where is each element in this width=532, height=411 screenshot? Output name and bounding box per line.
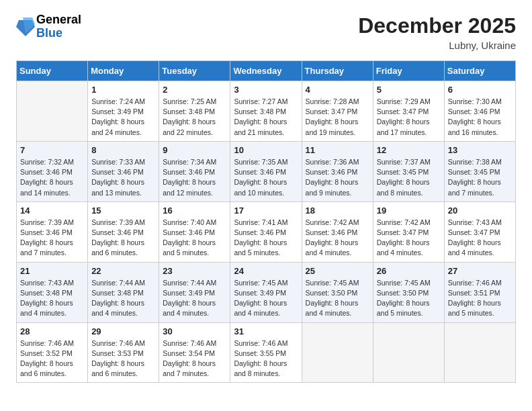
calendar-cell: 26Sunrise: 7:45 AMSunset: 3:50 PMDayligh… (373, 262, 444, 322)
calendar-cell: 23Sunrise: 7:44 AMSunset: 3:49 PMDayligh… (159, 262, 230, 322)
day-info: Sunrise: 7:46 AMSunset: 3:54 PMDaylight:… (163, 338, 226, 379)
day-number: 20 (448, 205, 512, 216)
day-number: 18 (306, 205, 369, 216)
day-number: 22 (91, 266, 155, 276)
day-info: Sunrise: 7:46 AMSunset: 3:51 PMDaylight:… (448, 278, 512, 319)
calendar-cell: 24Sunrise: 7:45 AMSunset: 3:49 PMDayligh… (230, 262, 302, 322)
calendar-week-row: 28Sunrise: 7:46 AMSunset: 3:52 PMDayligh… (17, 322, 516, 383)
calendar-cell: 31Sunrise: 7:46 AMSunset: 3:55 PMDayligh… (230, 322, 302, 383)
calendar-cell: 19Sunrise: 7:42 AMSunset: 3:47 PMDayligh… (373, 201, 444, 262)
day-info: Sunrise: 7:34 AMSunset: 3:46 PMDaylight:… (163, 157, 226, 198)
day-number: 26 (377, 266, 441, 276)
day-number: 13 (448, 145, 512, 155)
day-info: Sunrise: 7:41 AMSunset: 3:46 PMDaylight:… (234, 218, 298, 259)
day-info: Sunrise: 7:24 AMSunset: 3:49 PMDaylight:… (91, 97, 155, 138)
calendar-cell: 18Sunrise: 7:42 AMSunset: 3:46 PMDayligh… (302, 201, 373, 262)
calendar-cell: 8Sunrise: 7:33 AMSunset: 3:46 PMDaylight… (88, 141, 159, 201)
day-number: 29 (91, 326, 155, 336)
calendar-cell: 17Sunrise: 7:41 AMSunset: 3:46 PMDayligh… (230, 201, 302, 262)
calendar-week-row: 21Sunrise: 7:43 AMSunset: 3:48 PMDayligh… (17, 262, 516, 322)
day-number: 23 (163, 266, 226, 276)
day-info: Sunrise: 7:46 AMSunset: 3:55 PMDaylight:… (234, 338, 298, 379)
calendar-cell (302, 322, 373, 383)
day-number: 25 (306, 266, 369, 276)
calendar-header-monday: Monday (88, 61, 159, 81)
day-info: Sunrise: 7:27 AMSunset: 3:48 PMDaylight:… (234, 97, 298, 138)
day-info: Sunrise: 7:42 AMSunset: 3:47 PMDaylight:… (377, 218, 441, 259)
day-info: Sunrise: 7:45 AMSunset: 3:50 PMDaylight:… (377, 278, 441, 319)
calendar-cell (17, 81, 88, 142)
day-number: 24 (234, 266, 298, 276)
title-block: December 2025 Lubny, Ukraine (358, 13, 516, 51)
calendar-header-saturday: Saturday (444, 61, 515, 81)
logo-blue: Blue (36, 27, 81, 40)
day-number: 15 (91, 205, 155, 216)
calendar-header-thursday: Thursday (302, 61, 373, 81)
calendar-cell: 27Sunrise: 7:46 AMSunset: 3:51 PMDayligh… (444, 262, 515, 322)
day-number: 3 (234, 85, 298, 95)
calendar-cell: 5Sunrise: 7:29 AMSunset: 3:47 PMDaylight… (373, 81, 444, 142)
calendar-cell (373, 322, 444, 383)
logo-icon (16, 15, 35, 39)
calendar-cell: 4Sunrise: 7:28 AMSunset: 3:47 PMDaylight… (302, 81, 373, 142)
calendar-cell: 10Sunrise: 7:35 AMSunset: 3:46 PMDayligh… (230, 141, 302, 201)
calendar-week-row: 7Sunrise: 7:32 AMSunset: 3:46 PMDaylight… (17, 141, 516, 201)
calendar-cell: 20Sunrise: 7:43 AMSunset: 3:47 PMDayligh… (444, 201, 515, 262)
day-info: Sunrise: 7:28 AMSunset: 3:47 PMDaylight:… (306, 97, 369, 138)
calendar-cell: 14Sunrise: 7:39 AMSunset: 3:46 PMDayligh… (17, 201, 88, 262)
month-title: December 2025 (358, 13, 516, 38)
calendar-cell: 11Sunrise: 7:36 AMSunset: 3:46 PMDayligh… (302, 141, 373, 201)
day-info: Sunrise: 7:39 AMSunset: 3:46 PMDaylight:… (20, 218, 84, 259)
location: Lubny, Ukraine (358, 40, 516, 51)
calendar-cell: 15Sunrise: 7:39 AMSunset: 3:46 PMDayligh… (88, 201, 159, 262)
day-number: 10 (234, 145, 298, 155)
day-info: Sunrise: 7:25 AMSunset: 3:48 PMDaylight:… (163, 97, 226, 138)
day-number: 11 (306, 145, 369, 155)
calendar-cell: 9Sunrise: 7:34 AMSunset: 3:46 PMDaylight… (159, 141, 230, 201)
calendar-cell: 13Sunrise: 7:38 AMSunset: 3:45 PMDayligh… (444, 141, 515, 201)
day-info: Sunrise: 7:37 AMSunset: 3:45 PMDaylight:… (377, 157, 441, 198)
day-number: 17 (234, 205, 298, 216)
day-number: 2 (163, 85, 226, 95)
calendar-cell: 28Sunrise: 7:46 AMSunset: 3:52 PMDayligh… (17, 322, 88, 383)
day-info: Sunrise: 7:44 AMSunset: 3:49 PMDaylight:… (163, 278, 226, 319)
calendar-cell: 25Sunrise: 7:45 AMSunset: 3:50 PMDayligh… (302, 262, 373, 322)
logo-general: General (36, 13, 81, 27)
day-info: Sunrise: 7:44 AMSunset: 3:48 PMDaylight:… (91, 278, 155, 319)
day-info: Sunrise: 7:42 AMSunset: 3:46 PMDaylight:… (306, 218, 369, 259)
day-info: Sunrise: 7:45 AMSunset: 3:50 PMDaylight:… (306, 278, 369, 319)
calendar-cell: 6Sunrise: 7:30 AMSunset: 3:46 PMDaylight… (444, 81, 515, 142)
day-number: 27 (448, 266, 512, 276)
day-info: Sunrise: 7:40 AMSunset: 3:46 PMDaylight:… (163, 218, 226, 259)
calendar-cell: 21Sunrise: 7:43 AMSunset: 3:48 PMDayligh… (17, 262, 88, 322)
logo: General Blue (16, 13, 81, 40)
calendar-cell (444, 322, 515, 383)
calendar-week-row: 14Sunrise: 7:39 AMSunset: 3:46 PMDayligh… (17, 201, 516, 262)
calendar-cell: 3Sunrise: 7:27 AMSunset: 3:48 PMDaylight… (230, 81, 302, 142)
day-info: Sunrise: 7:46 AMSunset: 3:53 PMDaylight:… (91, 338, 155, 379)
day-number: 28 (20, 326, 84, 336)
day-number: 9 (163, 145, 226, 155)
day-number: 5 (377, 85, 441, 95)
day-info: Sunrise: 7:43 AMSunset: 3:48 PMDaylight:… (20, 278, 84, 319)
calendar-cell: 16Sunrise: 7:40 AMSunset: 3:46 PMDayligh… (159, 201, 230, 262)
day-number: 21 (20, 266, 84, 276)
day-number: 4 (306, 85, 369, 95)
day-number: 12 (377, 145, 441, 155)
day-number: 16 (163, 205, 226, 216)
day-info: Sunrise: 7:35 AMSunset: 3:46 PMDaylight:… (234, 157, 298, 198)
calendar-header-sunday: Sunday (17, 61, 88, 81)
day-info: Sunrise: 7:46 AMSunset: 3:52 PMDaylight:… (20, 338, 84, 379)
calendar-cell: 29Sunrise: 7:46 AMSunset: 3:53 PMDayligh… (88, 322, 159, 383)
day-info: Sunrise: 7:43 AMSunset: 3:47 PMDaylight:… (448, 218, 512, 259)
calendar-cell: 2Sunrise: 7:25 AMSunset: 3:48 PMDaylight… (159, 81, 230, 142)
calendar-header-row: SundayMondayTuesdayWednesdayThursdayFrid… (17, 61, 516, 81)
day-info: Sunrise: 7:39 AMSunset: 3:46 PMDaylight:… (91, 218, 155, 259)
day-number: 31 (234, 326, 298, 336)
logo-text: General Blue (36, 13, 81, 40)
calendar-cell: 12Sunrise: 7:37 AMSunset: 3:45 PMDayligh… (373, 141, 444, 201)
calendar-header-wednesday: Wednesday (230, 61, 302, 81)
day-number: 1 (91, 85, 155, 95)
calendar-cell: 30Sunrise: 7:46 AMSunset: 3:54 PMDayligh… (159, 322, 230, 383)
calendar-header-friday: Friday (373, 61, 444, 81)
